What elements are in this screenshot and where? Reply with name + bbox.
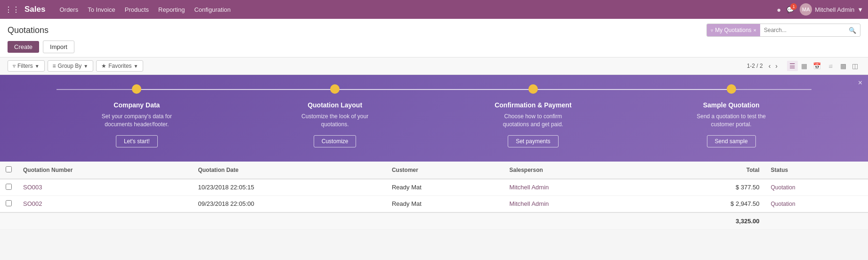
- onboarding-banner: × Company Data Set your company's data f…: [0, 75, 868, 162]
- row2-status: Quotation: [765, 195, 868, 212]
- next-page-button[interactable]: ›: [773, 61, 779, 71]
- toolbar-left: ▿ Filters ▼ ≡ Group By ▼ ★ Favorites ▼: [8, 60, 143, 72]
- row2-number: SO002: [17, 195, 192, 212]
- row1-date: 10/23/2018 22:05:15: [192, 179, 386, 196]
- step-btn-1[interactable]: Let's start!: [116, 135, 158, 147]
- top-navigation: ⋮⋮ Sales Orders To Invoice Products Repo…: [0, 0, 868, 19]
- col-header-customer[interactable]: Customer: [386, 162, 504, 179]
- row1-status-badge: Quotation: [771, 184, 795, 191]
- toolbar-row: ▿ Filters ▼ ≡ Group By ▼ ★ Favorites ▼ 1…: [0, 57, 868, 75]
- prev-page-button[interactable]: ‹: [767, 61, 773, 71]
- step-btn-3[interactable]: Set payments: [508, 135, 558, 147]
- row2-salesperson-link[interactable]: Mitchell Admin: [509, 200, 549, 207]
- page-title: Quotations: [8, 25, 49, 35]
- table-row: SO002 09/23/2018 22:05:00 Ready Mat Mitc…: [0, 195, 868, 212]
- row1-total: $ 377.50: [649, 179, 765, 196]
- grand-total-row: 3,325.00: [0, 212, 868, 230]
- filters-button[interactable]: ▿ Filters ▼: [8, 60, 45, 72]
- pivot-view-button[interactable]: ◽: [824, 61, 837, 71]
- filter-icon: ▿: [711, 28, 713, 33]
- sub-header-top: Quotations ▿ My Quotations × 🔍: [8, 24, 860, 37]
- filter-icon-toolbar: ▿: [13, 63, 16, 69]
- row1-checkbox-cell: [0, 179, 17, 196]
- filter-tag-label: My Quotations: [715, 27, 751, 33]
- row2-checkbox-cell: [0, 195, 17, 212]
- table-container: Quotation Number Quotation Date Customer…: [0, 162, 868, 230]
- filter-tag-close[interactable]: ×: [754, 27, 756, 33]
- row1-salesperson: Mitchell Admin: [503, 179, 649, 196]
- nav-orders[interactable]: Orders: [59, 6, 78, 13]
- row2-salesperson: Mitchell Admin: [503, 195, 649, 212]
- row1-status: Quotation: [765, 179, 868, 196]
- notification-count: 1: [790, 3, 797, 10]
- search-icon[interactable]: 🔍: [845, 27, 860, 34]
- nav-reporting[interactable]: Reporting: [158, 6, 185, 13]
- row2-status-badge: Quotation: [771, 201, 795, 207]
- row1-customer: Ready Mat: [386, 179, 504, 196]
- groupby-button[interactable]: ≡ Group By ▼: [48, 60, 94, 72]
- nav-to-invoice[interactable]: To Invoice: [88, 6, 115, 13]
- kanban-view-button[interactable]: ▦: [799, 61, 810, 71]
- row2-date: 09/23/2018 22:05:00: [192, 195, 386, 212]
- row1-salesperson-link[interactable]: Mitchell Admin: [509, 184, 549, 191]
- step-dot-4: [727, 84, 736, 94]
- nav-links: Orders To Invoice Products Reporting Con…: [59, 6, 777, 13]
- select-all-checkbox[interactable]: [6, 166, 12, 172]
- nav-configuration[interactable]: Configuration: [194, 6, 230, 13]
- step-quotation-layout: Quotation Layout Customize the look of y…: [236, 84, 434, 147]
- list-view-button[interactable]: ☰: [787, 61, 798, 71]
- col-header-checkbox: [0, 162, 17, 179]
- page-nav: ‹ ›: [767, 61, 779, 71]
- pagination-info: 1-2 / 2: [747, 63, 763, 69]
- step-company-data: Company Data Set your company's data for…: [38, 84, 236, 147]
- search-bar: ▿ My Quotations × 🔍: [706, 24, 860, 37]
- nav-products[interactable]: Products: [125, 6, 149, 13]
- create-button[interactable]: Create: [8, 41, 39, 53]
- favorites-arrow: ▼: [134, 64, 138, 69]
- row1-number-link[interactable]: SO003: [23, 184, 42, 191]
- step-desc-1: Set your company's data for documents he…: [99, 113, 174, 129]
- clock-icon[interactable]: ●: [777, 6, 781, 14]
- user-dropdown-icon: ▼: [857, 6, 863, 13]
- row2-number-link[interactable]: SO002: [23, 200, 42, 207]
- nav-right: ● 💬 1 MA Mitchell Admin ▼: [777, 3, 863, 16]
- steps-wrapper: Company Data Set your company's data for…: [0, 84, 868, 147]
- grid-icon[interactable]: ⋮⋮: [5, 5, 20, 14]
- sub-header: Quotations ▿ My Quotations × 🔍 Create Im…: [0, 19, 868, 57]
- favorites-button[interactable]: ★ Favorites ▼: [96, 60, 143, 72]
- step-confirmation-payment: Confirmation & Payment Choose how to con…: [434, 84, 633, 147]
- grand-total-value: 3,325.00: [649, 212, 765, 230]
- avatar: MA: [800, 3, 812, 16]
- step-dot-2: [330, 84, 340, 94]
- calendar-view-button[interactable]: 📅: [811, 61, 823, 71]
- row1-checkbox[interactable]: [6, 184, 12, 190]
- step-desc-2: Customize the look of your quotations.: [297, 113, 373, 129]
- graph-view-button[interactable]: ▩: [838, 61, 849, 71]
- step-title-3: Confirmation & Payment: [495, 101, 571, 109]
- step-btn-2[interactable]: Customize: [314, 135, 357, 147]
- filters-arrow: ▼: [35, 64, 40, 69]
- step-desc-3: Choose how to confirm quotations and get…: [495, 113, 571, 129]
- col-header-salesperson[interactable]: Salesperson: [503, 162, 649, 179]
- groupby-icon: ≡: [53, 63, 56, 69]
- import-button[interactable]: Import: [43, 41, 74, 53]
- user-info[interactable]: MA Mitchell Admin ▼: [800, 3, 863, 16]
- step-desc-4: Send a quotation to test the customer po…: [694, 113, 769, 129]
- row2-checkbox[interactable]: [6, 200, 12, 206]
- col-header-total[interactable]: Total: [649, 162, 765, 179]
- step-title-4: Sample Quotation: [703, 101, 760, 109]
- filter-tag: ▿ My Quotations ×: [707, 24, 760, 36]
- col-header-number[interactable]: Quotation Number: [17, 162, 192, 179]
- row2-customer: Ready Mat: [386, 195, 504, 212]
- sub-actions: Create Import: [8, 41, 860, 57]
- step-btn-4[interactable]: Send sample: [707, 135, 756, 147]
- toolbar-right: 1-2 / 2 ‹ › ☰ ▦ 📅 ◽ ▩ ◫: [747, 61, 860, 71]
- col-header-date[interactable]: Quotation Date: [192, 162, 386, 179]
- notification-badge[interactable]: 💬 1: [787, 6, 794, 13]
- step-dot-3: [528, 84, 538, 94]
- search-input[interactable]: [760, 27, 845, 33]
- step-dot-1: [132, 84, 141, 94]
- total-empty-2: [765, 212, 868, 230]
- grid-view-button[interactable]: ◫: [850, 61, 860, 71]
- col-header-status[interactable]: Status: [765, 162, 868, 179]
